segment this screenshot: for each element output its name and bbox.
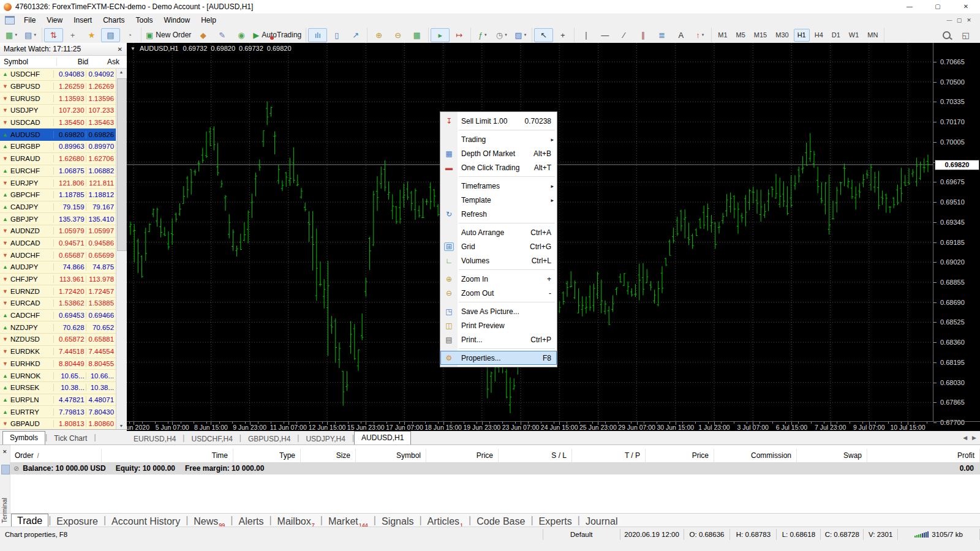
minimize-button[interactable]: — [895,0,924,13]
chart-tab-usdchf-h4[interactable]: USDCHF,H4 [184,433,239,444]
orders-column-price[interactable]: Price [646,449,714,462]
chart-shift-button[interactable]: ↦ [450,28,469,42]
market-watch-row-eursek[interactable]: ▲EURSEK10.38...10.38... [0,382,116,394]
market-watch-row-usdchf[interactable]: ▲USDCHF0.940830.94092 [0,69,116,81]
chart-tab-eurusd-h4[interactable]: EURUSD,H4 [127,433,183,444]
tab-scroll-right-icon[interactable]: ▶ [972,435,976,441]
signals-icon[interactable]: ◉ [232,28,251,42]
terminal-tab-alerts[interactable]: Alerts [233,516,270,527]
market-watch-row-usdjpy[interactable]: ▼USDJPY107.230107.233 [0,105,116,117]
data-window-toggle[interactable]: + [63,28,82,42]
orders-column-swap[interactable]: Swap [797,449,867,462]
market-watch-row-audjpy[interactable]: ▲AUDJPY74.86674.875 [0,261,116,274]
context-menu-item-grid[interactable]: ⊞GridCtrl+G [440,239,557,253]
column-header-ask[interactable]: Ask [88,58,122,66]
dropdown-caret-icon[interactable]: ▾ [505,32,507,37]
strategy-tester-toggle[interactable]: ◔ [120,28,139,42]
context-menu-item-refresh[interactable]: ↻Refresh [440,207,557,221]
menu-insert[interactable]: Insert [68,13,97,27]
fibonacci-button[interactable]: ≣ [652,28,671,42]
candlestick-button[interactable]: ▯ [327,28,346,42]
tile-windows-button[interactable]: ▦ [407,28,426,42]
new-chart-button[interactable]: ▦▾ [2,28,21,42]
new-order-button[interactable]: ▣New Order [143,28,194,42]
context-menu-item-depth-of-market[interactable]: ▦Depth Of MarketAlt+B [440,146,557,160]
context-menu-item-trading[interactable]: Trading▸ [440,132,557,146]
templates-button[interactable]: ▨▾ [511,28,530,42]
mdi-restore-button[interactable]: ▢ [954,15,964,26]
terminal-tab-experts[interactable]: Experts [533,516,578,527]
market-watch-row-audusd[interactable]: ▲AUDUSD0.698200.69826 [0,129,116,141]
profiles-button[interactable]: ▤▾ [21,28,40,42]
status-segment-connection[interactable]: 3105/7 kb [898,529,980,540]
chart-dropdown-icon[interactable]: ▼ [130,46,135,51]
menu-view[interactable]: View [41,13,68,27]
orders-column-size[interactable]: Size [301,449,356,462]
close-button[interactable]: ✕ [952,0,980,13]
market-watch-row-nzdjpy[interactable]: ▲NZDJPY70.62870.652 [0,321,116,334]
scroll-down-icon[interactable]: ▼ [116,424,126,428]
timeframe-m30-button[interactable]: M30 [772,29,792,42]
terminal-tab-news[interactable]: News99 [188,516,230,527]
market-watch-tab-symbols[interactable]: Symbols [2,431,45,444]
context-menu-item-print-preview[interactable]: ◫Print Preview [440,318,557,332]
context-menu-item-template[interactable]: Template▸ [440,193,557,207]
dropdown-caret-icon[interactable]: ▾ [15,32,17,37]
timeframe-mn-button[interactable]: MN [864,29,881,42]
market-watch-row-gbpusd[interactable]: ▼GBPUSD1.262591.26269 [0,81,116,93]
dropdown-caret-icon[interactable]: ▾ [702,32,704,37]
timeframe-m15-button[interactable]: M15 [750,29,771,42]
context-menu-item-volumes[interactable]: ∟VolumesCtrl+L [440,253,557,268]
zoom-in-button[interactable]: ⊕ [369,28,388,42]
context-menu-item-timeframes[interactable]: Timeframes▸ [440,179,557,193]
scroll-up-icon[interactable]: ▲ [116,70,126,74]
context-menu-item-one-click-trading[interactable]: ▬One Click TradingAlt+T [440,160,557,174]
market-watch-row-euraud[interactable]: ▼EURAUD1.626801.62706 [0,153,116,165]
mdi-minimize-button[interactable]: — [944,15,954,26]
text-label-button[interactable]: A [671,28,690,42]
autotrading-button[interactable]: ▶AutoTrading [251,28,304,42]
market-watch-row-eurnok[interactable]: ▲EURNOK10.65...10.66... [0,370,116,382]
timeframe-m1-button[interactable]: M1 [714,29,731,42]
market-watch-row-usdcad[interactable]: ▼USDCAD1.354501.35463 [0,117,116,129]
line-chart-button[interactable]: ↗ [346,28,365,42]
indicators-button[interactable]: ƒ▾ [473,28,492,42]
market-watch-row-cadjpy[interactable]: ▲CADJPY79.15979.167 [0,201,116,214]
time-axis[interactable]: 3 Jun 20205 Jun 07:008 Jun 15:009 Jun 23… [127,421,980,431]
market-watch-row-cadchf[interactable]: ▲CADCHF0.694530.69466 [0,310,116,322]
timeframe-d1-button[interactable]: D1 [828,29,844,42]
dropdown-caret-icon[interactable]: ▾ [484,32,487,37]
orders-column-profit[interactable]: Profit [867,449,980,462]
tab-scroll-left-icon[interactable]: ◀ [963,435,967,441]
dropdown-caret-icon[interactable]: ▾ [34,32,36,37]
scripts-icon[interactable]: ◆ [194,28,213,42]
terminal-toggle[interactable]: ▤ [101,28,120,42]
timeframe-h1-button[interactable]: H1 [794,29,810,42]
market-watch-tab-tick-chart[interactable]: Tick Chart [47,433,94,444]
timeframe-w1-button[interactable]: W1 [845,29,863,42]
orders-column-t-p[interactable]: T / P [572,449,646,462]
terminal-tab-code-base[interactable]: Code Base [471,516,530,527]
maximize-button[interactable]: ▢ [924,0,952,13]
market-watch-row-eurjpy[interactable]: ▼EURJPY121.806121.811 [0,177,116,189]
mdi-close-button[interactable]: ✕ [964,15,974,26]
market-watch-row-eurpln[interactable]: ▲EURPLN4.478214.48071 [0,394,116,407]
market-watch-scrollbar[interactable]: ▲ ▼ [116,69,127,429]
orders-column-order[interactable]: Order/ [10,449,102,462]
market-watch-row-eurusd[interactable]: ▼EURUSD1.135931.13596 [0,92,116,105]
market-watch-row-eurtry[interactable]: ▲EURTRY7.798137.80430 [0,406,116,418]
context-menu-item-auto-arrange[interactable]: Auto ArrangeCtrl+A [440,225,557,239]
orders-column-price[interactable]: Price [426,449,499,462]
context-menu-item-zoom-in[interactable]: ⊕Zoom In+ [440,272,557,286]
market-watch-close-icon[interactable]: ✕ [118,46,127,53]
orders-column-commission[interactable]: Commission [714,449,797,462]
context-menu-item-sell-limit[interactable]: ↧Sell Limit 1.000.70238 [440,114,557,128]
terminal-tab-journal[interactable]: Journal [580,516,623,527]
search-symbol-button[interactable] [937,28,956,42]
navigator-toggle[interactable]: ★ [82,28,101,42]
chart-window[interactable]: ▼ AUDUSD,H1 0.697320.698200.697320.69820… [127,43,980,431]
horizontal-line-button[interactable]: ― [595,28,614,42]
menu-file[interactable]: File [18,13,41,27]
market-watch-toggle[interactable]: ⇅ [44,28,63,42]
terminal-tab-account-history[interactable]: Account History [106,516,186,527]
